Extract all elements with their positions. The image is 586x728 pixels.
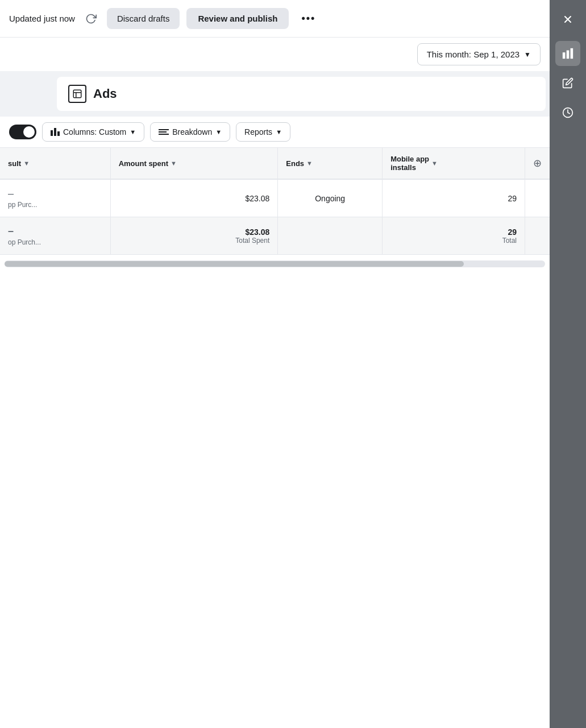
top-bar: Updated just now Discard drafts Review a… [0,0,550,38]
clock-button[interactable] [555,100,580,125]
ads-icon [68,85,86,103]
total-amount-value: $23.08 [119,228,270,237]
chevron-down-icon: ▼ [276,129,282,135]
table-row: – pp Purc... $23.08 Ongoing 29 [0,179,550,217]
date-row: This month: Sep 1, 2023 ▼ [0,38,550,71]
columns-label: Columns: Custom [63,127,126,136]
svg-rect-7 [571,48,573,59]
sort-arrow-amount: ▼ [171,160,177,167]
review-publish-button[interactable]: Review and publish [186,8,289,29]
ads-section-header: Ads [0,71,550,117]
sort-arrow-result: ▼ [23,160,30,167]
total-cell-add-empty [525,217,550,255]
scrollbar-thumb [5,261,464,267]
col-amount-spent[interactable]: Amount spent ▼ [110,148,278,179]
col-result-label: sult [8,159,21,168]
total-amount-label: Total Spent [119,237,270,245]
ends-value: Ongoing [315,194,345,203]
col-ends[interactable]: Ends ▼ [278,148,383,179]
close-button[interactable] [555,7,580,32]
toggle-switch[interactable] [9,125,36,139]
table-header-row: sult ▼ Amount spent ▼ Ends ▼ [0,148,550,179]
total-installs-label: Total [390,237,517,245]
more-options-button[interactable]: ••• [296,8,321,29]
ads-title: Ads [93,86,117,101]
sort-arrow-installs: ▼ [431,160,438,167]
amount-value: $23.08 [245,194,269,203]
toolbar: Columns: Custom ▼ Breakdown ▼ Reports ▼ [0,117,550,148]
cell-installs: 29 [383,179,525,217]
bar-chart-button[interactable] [555,41,580,66]
total-cell-ends [278,217,383,255]
columns-icon [51,128,60,136]
svg-rect-0 [73,90,81,98]
reports-label: Reports [244,127,272,136]
svg-rect-5 [563,52,566,59]
breakdown-icon [159,129,169,135]
cell-amount-spent: $23.08 [110,179,278,217]
table-total-row: – op Purch... $23.08 Total Spent 29 Tota… [0,217,550,255]
installs-value: 29 [508,194,517,203]
data-table-wrapper: sult ▼ Amount spent ▼ Ends ▼ [0,148,550,728]
discard-drafts-button[interactable]: Discard drafts [107,8,180,29]
ads-card: Ads [57,77,546,111]
breakdown-label: Breakdown [172,127,212,136]
result-sub-text: pp Purc... [8,201,53,209]
breakdown-button[interactable]: Breakdown ▼ [150,122,230,142]
refresh-button[interactable] [82,10,100,28]
right-sidebar [550,0,586,728]
chevron-down-icon: ▼ [130,129,136,135]
updated-text: Updated just now [9,14,75,23]
reports-button[interactable]: Reports ▼ [236,122,290,142]
date-label: This month: Sep 1, 2023 [427,49,519,59]
chevron-down-icon: ▼ [215,129,222,135]
data-table: sult ▼ Amount spent ▼ Ends ▼ [0,148,550,255]
total-installs-value: 29 [390,228,517,237]
cell-add-empty [525,179,550,217]
total-cell-result: – op Purch... [0,217,110,255]
add-column-icon[interactable]: ⊕ [533,158,542,169]
sort-arrow-ends: ▼ [306,160,313,167]
svg-rect-6 [567,51,570,59]
cell-result: – pp Purc... [0,179,110,217]
cell-ends: Ongoing [278,179,383,217]
col-amount-label: Amount spent [119,159,168,168]
columns-button[interactable]: Columns: Custom ▼ [42,122,144,142]
total-cell-amount: $23.08 Total Spent [110,217,278,255]
total-dash-icon: – [8,225,102,237]
total-cell-installs: 29 Total [383,217,525,255]
horizontal-scrollbar[interactable] [5,260,545,267]
col-add[interactable]: ⊕ [525,148,550,179]
col-result[interactable]: sult ▼ [0,148,110,179]
date-selector-button[interactable]: This month: Sep 1, 2023 ▼ [417,43,541,65]
col-ends-label: Ends [286,159,304,168]
col-mobile-installs[interactable]: Mobile appinstalls ▼ [383,148,525,179]
total-result-sub: op Purch... [8,238,53,246]
pencil-button[interactable] [555,71,580,96]
chevron-down-icon: ▼ [524,51,531,59]
dash-icon: – [8,188,102,200]
col-installs-label: Mobile appinstalls [390,155,429,172]
